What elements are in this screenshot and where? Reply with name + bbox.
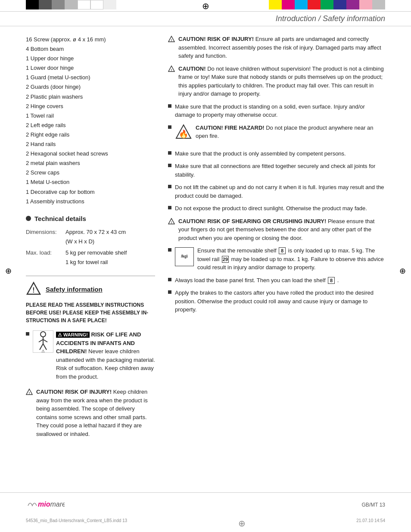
miomare-logo-svg: miomare <box>26 497 65 510</box>
warning-life-content: ⚠ ⚠ WARNING! RISK OF LIFE AND ACCIDENTS … <box>33 330 155 383</box>
page-title: Introduction / Safety information <box>276 14 385 23</box>
left-color-bar <box>26 0 116 9</box>
footer-date: 21.07.10 14:54 <box>356 518 385 529</box>
kg-content: /kg\ Ensure that the removable shelf 8 i… <box>175 246 385 272</box>
bullet-sunlight: Do not expose the product to direct sunl… <box>168 204 385 213</box>
color-bars: ⊕ <box>0 0 411 9</box>
dimensions-row: Dimensions: Approx. 70 x 72 x 43 cm(W x … <box>26 227 155 246</box>
dimensions-value: Approx. 70 x 72 x 43 cm(W x H x D) <box>65 227 126 246</box>
parts-list: 16 Screw (approx. ø 4 x 16 mm)4 Bottom b… <box>26 35 155 206</box>
shearing-text: CAUTION! RISK OF SHEARING OR CRUSHING IN… <box>178 217 385 243</box>
sunlight-text: Do not expose the product to direct sunl… <box>175 204 367 213</box>
parts-list-item: 1 Decorative cap for bottom <box>26 187 155 197</box>
maxload-row: Max. load: 5 kg per removable shelf1 kg … <box>26 248 155 267</box>
dimensions-label: Dimensions: <box>26 227 60 246</box>
footer-bottom: 54536_mio_Bad-Unterschrank_Content_LB5.i… <box>0 516 411 532</box>
main-content: 16 Screw (approx. ø 4 x 16 mm)4 Bottom b… <box>0 26 411 492</box>
caution-triangle-icon-1: ! <box>26 389 33 395</box>
tech-title: Technical details <box>26 215 155 222</box>
kg-text: Ensure that the removable shelf 8 is onl… <box>197 246 385 272</box>
caution-triangle-icon-4: ! <box>168 218 175 225</box>
connections-text: Make sure that all connections are fitte… <box>175 162 385 179</box>
caution-children-text: CAUTION! Do not leave children without s… <box>178 65 385 98</box>
sq-bullet-solid <box>168 104 171 108</box>
caution-injury-2: ! CAUTION! RISK OF INJURY! Ensure all pa… <box>168 35 385 60</box>
svg-line-5 <box>43 339 47 342</box>
sq-bullet-icon <box>26 332 29 336</box>
technical-details-section: Technical details Dimensions: Approx. 70… <box>26 215 155 267</box>
sq-bullet-lift <box>168 185 171 188</box>
right-color-bar <box>269 0 385 9</box>
maxload-label: Max. load: <box>26 248 60 267</box>
sq-bullet-connections <box>168 164 171 167</box>
towel-box: 29 <box>222 256 229 263</box>
safety-section-left: ! Safety information PLEASE READ THE ASS… <box>26 276 155 438</box>
bullet-lift: Do not lift the cabinet up and do not ca… <box>168 183 385 200</box>
bullet-dot-icon <box>26 216 31 221</box>
svg-text:!: ! <box>29 391 30 395</box>
shelf-box: 8 <box>279 247 286 254</box>
footer-right: GB/MT 13 <box>362 502 385 508</box>
base-panel-text: Always load the base panel first. Then y… <box>175 276 339 285</box>
kg-row: /kg\ Ensure that the removable shelf 8 i… <box>175 246 385 272</box>
parts-list-item: 2 Hand rails <box>26 140 155 149</box>
parts-list-item: 1 Towel rail <box>26 111 155 121</box>
lift-text: Do not lift the cabinet up and do not ca… <box>175 183 385 200</box>
parts-list-item: 1 Lower door hinge <box>26 63 155 73</box>
parts-list-item: 1 Upper door hinge <box>26 54 155 63</box>
warning-img-row: ⚠ ⚠ WARNING! RISK OF LIFE AND ACCIDENTS … <box>33 330 155 381</box>
maxload-value: 5 kg per removable shelf1 kg for towel r… <box>65 248 127 267</box>
warning-life-text: ⚠ WARNING! RISK OF LIFE AND ACCIDENTS IN… <box>56 330 155 381</box>
fire-hazard-row: 🔥 CAUTION! FIRE HAZARD! Do not place the… <box>175 124 385 141</box>
bottom-reg-mark: ⊕ <box>238 518 246 529</box>
svg-text:!: ! <box>171 38 172 42</box>
brakes-text: Apply the brakes to the castors after yo… <box>175 289 385 314</box>
right-column: ! CAUTION! RISK OF INJURY! Ensure all pa… <box>168 35 385 484</box>
caution-triangle-icon-2: ! <box>168 36 175 43</box>
sq-bullet-kg <box>168 248 171 252</box>
parts-list-item: 2 Plastic plain washers <box>26 92 155 102</box>
safety-caps-text: PLEASE READ THE ASSEMBLY INSTRUCTIONS BE… <box>26 301 155 324</box>
bullet-brakes: Apply the brakes to the castors after yo… <box>168 289 385 314</box>
svg-text:!: ! <box>171 221 172 224</box>
footer-file: 54536_mio_Bad-Unterschrank_Content_LB5.i… <box>26 518 127 529</box>
sq-bullet-base <box>168 278 171 281</box>
tech-table: Dimensions: Approx. 70 x 72 x 43 cm(W x … <box>26 227 155 267</box>
sq-bullet-competent <box>168 151 171 155</box>
parts-list-item: 1 Metal U-section <box>26 177 155 187</box>
brand-logo: miomare <box>26 497 65 512</box>
warning-triangle-icon: ! <box>26 281 41 297</box>
sq-bullet-fire <box>168 125 171 129</box>
shelf-box-2: 8 <box>328 277 335 284</box>
svg-text:!: ! <box>171 68 172 72</box>
svg-text:miomare: miomare <box>38 501 65 508</box>
caution-children: ! CAUTION! Do not leave children without… <box>168 65 385 98</box>
page-header: Introduction / Safety information <box>0 11 411 26</box>
parts-list-item: 2 Hexagonal socket head screws <box>26 149 155 159</box>
fire-triangle-icon: 🔥 <box>175 124 192 141</box>
sq-bullet-sunlight <box>168 206 171 209</box>
left-reg-mark: ⊕ <box>5 266 12 276</box>
page-number: GB/MT 13 <box>362 502 385 508</box>
parts-list-item: 16 Screw (approx. ø 4 x 16 mm) <box>26 35 155 44</box>
caution-injury-2-text: CAUTION! RISK OF INJURY! Ensure all part… <box>178 35 385 60</box>
parts-list-item: 2 Screw caps <box>26 168 155 177</box>
bullet-connections: Make sure that all connections are fitte… <box>168 162 385 179</box>
kg-box-icon: /kg\ <box>175 247 194 266</box>
bullet-solid-surface: Make sure that the product is standing o… <box>168 103 385 119</box>
warning-badge: ⚠ WARNING! <box>56 332 90 338</box>
svg-text:!: ! <box>32 286 34 294</box>
caution-injury-1: ! CAUTION! RISK OF INJURY! Keep children… <box>26 388 155 438</box>
child-warning-icon: ⚠ <box>33 330 53 353</box>
svg-point-2 <box>40 332 46 337</box>
solid-surface-text: Make sure that the product is standing o… <box>175 103 385 119</box>
fire-hazard-text: CAUTION! FIRE HAZARD! Do not place the p… <box>196 124 385 140</box>
sq-bullet-brakes <box>168 290 171 294</box>
bullet-base-panel: Always load the base panel first. Then y… <box>168 276 385 285</box>
footer: miomare GB/MT 13 <box>0 492 411 516</box>
right-reg-mark: ⊕ <box>399 266 406 276</box>
safety-header: ! Safety information <box>26 281 155 297</box>
parts-list-item: 2 Right edge rails <box>26 130 155 140</box>
fire-hazard-content: 🔥 CAUTION! FIRE HAZARD! Do not place the… <box>175 124 385 145</box>
fire-hazard-item: 🔥 CAUTION! FIRE HAZARD! Do not place the… <box>168 124 385 145</box>
